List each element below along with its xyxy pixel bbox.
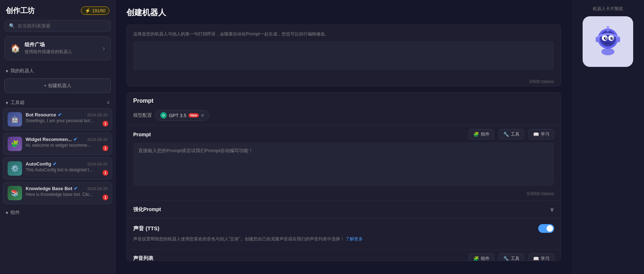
main-content: 创建机器人 这将是您的机器人与他人的第一句打招呼语，会随着自动化Prompt一起… <box>116 0 572 274</box>
verified-icon-bot1: ✔ <box>58 112 62 117</box>
model-name: GPT 3.5 <box>169 113 186 118</box>
sidebar-header: 创作工坊 ⚡ 191/60 <box>0 0 115 20</box>
create-robot-button[interactable]: + 创建机器人 <box>4 78 111 93</box>
bot-date-bot2: 2024-08-20 <box>87 137 108 142</box>
triangle-widgets-icon: ▾ <box>6 210 8 215</box>
bot-desc-bot4: Here is Knowledge base bot. Clic... <box>26 192 108 197</box>
credits-value: 191/60 <box>92 8 105 13</box>
my-robots-label: 我的机器人 <box>10 68 34 74</box>
bot-list-item-bot1[interactable]: 🤖 Bot Resource ✔ 2024-08-20 Greetings, I… <box>3 108 112 130</box>
tts-learn-label: 学习 <box>541 256 549 261</box>
bot-desc-bot1: Greetings, I am your personal bot... <box>26 118 108 123</box>
tts-component-label: 组件 <box>481 256 489 261</box>
bot-date-bot1: 2024-08-20 <box>87 113 108 117</box>
toggle-knob <box>547 225 553 232</box>
tts-learn-more-link[interactable]: 了解更多 <box>345 236 363 241</box>
chevron-down-icon: ∨ <box>550 206 554 213</box>
prompt-component-label: 组件 <box>481 131 489 137</box>
tts-section: 声音 (TTS) 声音设置帮助您的机器人使用您喜欢的音色与别人"交谈"。创建您自… <box>127 218 561 249</box>
prompt-toolbar-row: Prompt 🧩 组件 🔧 工具 📖 学习 <box>127 125 561 142</box>
bot-list-item-bot3[interactable]: ⚙️ AutoConfig ✔ 2024-08-20 This AutoConf… <box>3 157 112 180</box>
bot-preview-card <box>583 16 633 67</box>
bot-date-bot4: 2024-08-20 <box>87 187 108 191</box>
model-selector[interactable]: G GPT 3.5 New ≡ <box>155 110 209 121</box>
prompt-textarea[interactable]: 直接输入您的Prompt或尝试我们Prompt自动编写功能！ <box>133 142 554 186</box>
bot-name-bot2: Widget Recommen... ✔ <box>26 137 77 142</box>
create-robot-label: + 创建机器人 <box>44 82 71 89</box>
bot-info-bot1: Bot Resource ✔ 2024-08-20 Greetings, I a… <box>26 112 108 123</box>
search-box[interactable]: 🔍 <box>4 20 111 32</box>
tts-component-icon: 🧩 <box>473 256 479 261</box>
notif-badge-bot2: 1 <box>103 145 108 151</box>
sidebar: 创作工坊 ⚡ 191/60 🔍 🏠 组件广场 使用组件搭建你的机器人 › ▾ 我… <box>0 0 116 274</box>
tts-toggle[interactable] <box>538 224 554 233</box>
prompt-toolbar-btns: 🧩 组件 🔧 工具 📖 学习 <box>469 129 554 140</box>
bot-desc-bot3: This AutoConfig bot is designed t... <box>26 167 108 172</box>
tts-voice-list-label: 声音列表 <box>133 255 153 261</box>
prompt-card: Prompt 模型配置 G GPT 3.5 New ≡ Prompt 🧩 组件 … <box>126 92 561 261</box>
tts-component-button[interactable]: 🧩 组件 <box>469 253 494 261</box>
search-input[interactable] <box>18 23 106 29</box>
prompt-label: Prompt <box>133 132 151 137</box>
bot-info-bot3: AutoConfig ✔ 2024-08-20 This AutoConfig … <box>26 161 108 172</box>
bot-name-bot4: Knowledge Base Bot ✔ <box>26 186 78 191</box>
greeting-card: 这将是您的机器人与他人的第一句打招呼语，会随着自动化Prompt一起生成，您也可… <box>126 25 561 86</box>
learn-icon: 📖 <box>533 132 539 137</box>
component-icon: 🧩 <box>473 132 479 137</box>
widgets-section: ▾ 组件 <box>0 206 115 218</box>
new-badge: New <box>188 113 199 117</box>
preview-label: 机器人卡片预览 <box>593 6 623 12</box>
verified-icon-bot2: ✔ <box>73 137 77 142</box>
svg-point-13 <box>601 48 614 55</box>
bot-name-bot1: Bot Resource ✔ <box>26 112 62 117</box>
sidebar-title: 创作工坊 <box>6 6 35 16</box>
lightning-icon: ⚡ <box>85 8 91 13</box>
greeting-input[interactable] <box>133 41 554 70</box>
plaza-title: 组件广场 <box>25 42 72 48</box>
widgets-label: 组件 <box>10 209 20 216</box>
enhance-prompt-row[interactable]: 强化Prompt ∨ <box>127 201 561 218</box>
bot-avatar-bot3: ⚙️ <box>8 161 22 176</box>
model-config-label: 模型配置 <box>133 112 152 119</box>
prompt-component-button[interactable]: 🧩 组件 <box>469 129 494 140</box>
my-robots-section: ▾ 我的机器人 <box>0 65 115 76</box>
prompt-tool-button[interactable]: 🔧 工具 <box>499 129 524 140</box>
toolbox-section: ▾ 工具箱 4 <box>0 97 115 108</box>
triangle-toolbox-icon: ▾ <box>6 100 8 106</box>
tts-tool-label: 工具 <box>511 256 519 261</box>
tts-toolbar-btns: 🧩 组件 🔧 工具 📖 学习 <box>469 253 554 261</box>
bot-name-bot3: AutoConfig ✔ <box>26 161 57 167</box>
prompt-learn-button[interactable]: 📖 学习 <box>528 129 554 140</box>
tts-header-row: 声音 (TTS) <box>133 224 554 233</box>
tts-toolbar-row: 声音列表 🧩 组件 🔧 工具 📖 学习 <box>127 249 561 261</box>
notif-badge-bot3: 1 <box>103 170 108 176</box>
bot-info-bot4: Knowledge Base Bot ✔ 2024-08-20 Here is … <box>26 186 108 197</box>
notif-badge-bot1: 1 <box>103 121 108 127</box>
prompt-tool-label: 工具 <box>511 131 519 137</box>
tts-learn-icon: 📖 <box>533 256 539 261</box>
bot-avatar-bot2: 🧩 <box>8 137 22 151</box>
plaza-subtitle: 使用组件搭建你的机器人 <box>25 49 72 55</box>
bot-avatar-bot1: 🤖 <box>8 112 22 127</box>
enhance-prompt-label: 强化Prompt <box>133 206 161 213</box>
bot-date-bot3: 2024-08-20 <box>87 162 108 166</box>
credits-badge: ⚡ 191/60 <box>81 7 109 15</box>
svg-point-7 <box>612 37 613 39</box>
config-icon: ≡ <box>201 112 204 118</box>
component-plaza[interactable]: 🏠 组件广场 使用组件搭建你的机器人 › <box>4 36 111 60</box>
verified-icon-bot4: ✔ <box>74 186 78 191</box>
bot-list-item-bot4[interactable]: 📚 Knowledge Base Bot ✔ 2024-08-20 Here i… <box>3 182 112 204</box>
gpt-icon: G <box>160 112 167 119</box>
tts-tool-icon: 🔧 <box>503 256 509 261</box>
tts-tool-button[interactable]: 🔧 工具 <box>499 253 524 261</box>
prompt-token-count: 0/3000 tokens <box>127 189 561 201</box>
toolbox-count: 4 <box>107 100 109 105</box>
toolbox-label: 工具箱 <box>10 99 25 106</box>
page-title: 创建机器人 <box>126 7 561 18</box>
tts-learn-button[interactable]: 📖 学习 <box>528 253 554 261</box>
greeting-area: 这将是您的机器人与他人的第一句打招呼语，会随着自动化Prompt一起生成，您也可… <box>127 25 561 77</box>
search-icon: 🔍 <box>9 23 15 29</box>
svg-rect-8 <box>605 43 611 44</box>
bot-list-item-bot2[interactable]: 🧩 Widget Recommen... ✔ 2024-08-20 Hi, we… <box>3 133 112 155</box>
prompt-section-title: Prompt <box>127 93 561 108</box>
